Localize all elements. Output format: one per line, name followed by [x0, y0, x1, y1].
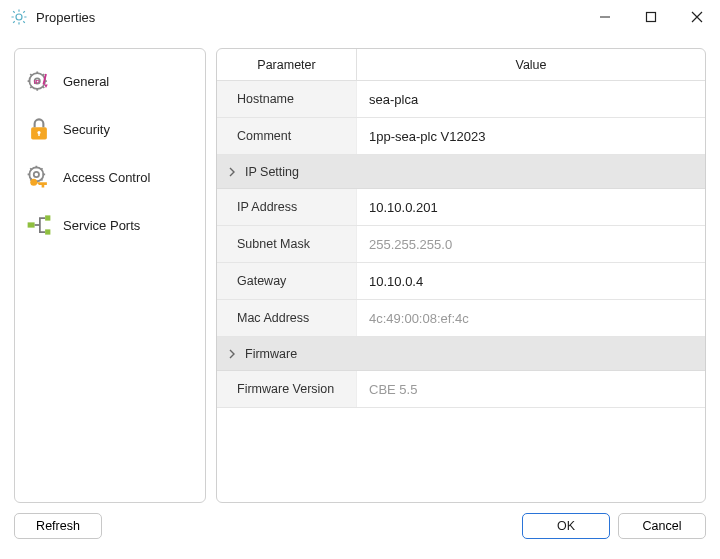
- param-label: Gateway: [217, 263, 357, 299]
- param-label: Firmware Version: [217, 371, 357, 407]
- param-value[interactable]: CBE 5.5: [357, 371, 705, 407]
- param-value[interactable]: 255.255.255.0: [357, 226, 705, 262]
- section-title: IP Setting: [245, 165, 299, 179]
- refresh-button[interactable]: Refresh: [14, 513, 102, 539]
- sidebar-item-security[interactable]: Security: [15, 105, 205, 153]
- param-label: Hostname: [217, 81, 357, 117]
- svg-rect-1: [647, 13, 656, 22]
- column-header-parameter[interactable]: Parameter: [217, 49, 357, 80]
- app-gear-icon: [10, 8, 28, 26]
- grid-row[interactable]: Firmware Version CBE 5.5: [217, 371, 705, 408]
- sidebar-item-service-ports[interactable]: Service Ports: [15, 201, 205, 249]
- svg-point-0: [16, 14, 22, 20]
- grid-row[interactable]: Gateway 10.10.0.4: [217, 263, 705, 300]
- body: IP General Security: [0, 34, 720, 503]
- titlebar: Properties: [0, 0, 720, 34]
- grid-row[interactable]: Mac Address 4c:49:00:08:ef:4c: [217, 300, 705, 337]
- svg-text:IP: IP: [34, 78, 40, 85]
- ports-icon: [25, 211, 53, 239]
- grid-row[interactable]: Comment 1pp-sea-plc V12023: [217, 118, 705, 155]
- column-header-value[interactable]: Value: [357, 49, 705, 80]
- ok-button[interactable]: OK: [522, 513, 610, 539]
- grid-header: Parameter Value: [217, 49, 705, 81]
- key-gear-icon: [25, 163, 53, 191]
- lock-icon: [25, 115, 53, 143]
- param-label: Subnet Mask: [217, 226, 357, 262]
- chevron-right-icon: [225, 165, 239, 179]
- param-value[interactable]: 4c:49:00:08:ef:4c: [357, 300, 705, 336]
- minimize-button[interactable]: [582, 2, 628, 32]
- footer: Refresh OK Cancel: [0, 503, 720, 559]
- grid-row[interactable]: Hostname sea-plca: [217, 81, 705, 118]
- sidebar-item-label: Security: [63, 122, 110, 137]
- svg-rect-11: [28, 222, 35, 227]
- sidebar-item-label: Access Control: [63, 170, 150, 185]
- grid-row[interactable]: Subnet Mask 255.255.255.0: [217, 226, 705, 263]
- sidebar-item-label: General: [63, 74, 109, 89]
- sidebar-item-access-control[interactable]: Access Control: [15, 153, 205, 201]
- window: Properties IP: [0, 0, 720, 559]
- cancel-button[interactable]: Cancel: [618, 513, 706, 539]
- param-label: IP Address: [217, 189, 357, 225]
- sidebar-item-label: Service Ports: [63, 218, 140, 233]
- svg-rect-12: [45, 215, 50, 220]
- param-value[interactable]: 10.10.0.4: [357, 263, 705, 299]
- param-label: Comment: [217, 118, 357, 154]
- maximize-button[interactable]: [628, 2, 674, 32]
- sidebar: IP General Security: [14, 48, 206, 503]
- close-button[interactable]: [674, 2, 720, 32]
- sidebar-item-general[interactable]: IP General: [15, 57, 205, 105]
- svg-rect-13: [45, 229, 50, 234]
- svg-point-9: [34, 172, 39, 177]
- property-grid: Parameter Value Hostname sea-plca Commen…: [216, 48, 706, 503]
- param-value[interactable]: 1pp-sea-plc V12023: [357, 118, 705, 154]
- section-header-firmware[interactable]: Firmware: [217, 337, 705, 371]
- section-title: Firmware: [245, 347, 297, 361]
- svg-point-10: [30, 179, 37, 186]
- window-title: Properties: [36, 10, 95, 25]
- svg-rect-7: [38, 133, 39, 137]
- param-value[interactable]: sea-plca: [357, 81, 705, 117]
- param-value[interactable]: 10.10.0.201: [357, 189, 705, 225]
- grid-row[interactable]: IP Address 10.10.0.201: [217, 189, 705, 226]
- chevron-right-icon: [225, 347, 239, 361]
- param-label: Mac Address: [217, 300, 357, 336]
- section-header-ip-setting[interactable]: IP Setting: [217, 155, 705, 189]
- general-icon: IP: [25, 67, 53, 95]
